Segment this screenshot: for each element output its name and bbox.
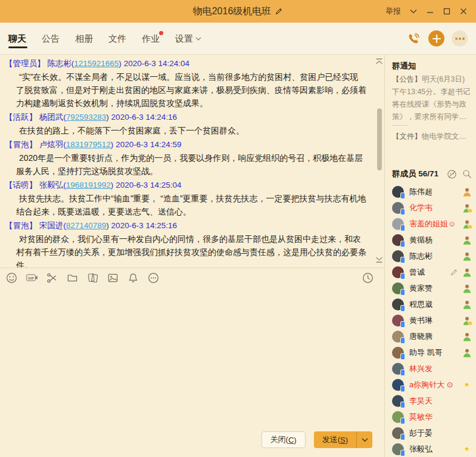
member-avatar [392, 299, 404, 310]
member-avatar [392, 427, 404, 439]
mobile-online-badge [400, 225, 405, 231]
bell-icon[interactable] [127, 272, 139, 284]
message-history[interactable]: 【管理员】 陈志彬(1215921665) 2020-6-3 14:24:04 … [0, 55, 384, 268]
member-avatar [392, 363, 404, 375]
member-row[interactable]: 莫敏华 [392, 409, 472, 425]
folder-icon[interactable] [67, 272, 78, 284]
mobile-online-badge [400, 434, 405, 440]
edit-title-pencil-icon[interactable] [275, 7, 283, 15]
mobile-online-badge [400, 273, 405, 279]
send-button-row: 关闭(C) 发送(S) [0, 427, 384, 457]
edit-card-pencil-icon [450, 268, 458, 276]
chat-message: 【管理员】 陈志彬(1215921665) 2020-6-3 14:24:04 … [5, 57, 366, 110]
search-members-icon[interactable] [462, 169, 472, 179]
titlebar-chevron-down-icon[interactable] [409, 7, 418, 15]
emoji-icon[interactable] [6, 272, 17, 284]
mobile-online-badge [400, 241, 405, 247]
voice-call-icon[interactable] [405, 30, 421, 46]
qq-number-link[interactable]: 1968191992 [66, 181, 111, 189]
anonymous-mute-icon[interactable] [447, 169, 457, 179]
message-header: 【活跃】 杨团武(792593283) 2020-6-3 14:24:16 [5, 111, 366, 124]
member-row[interactable]: 助导 凯哥 [392, 344, 472, 360]
qq-number-link[interactable]: 1215921665 [74, 59, 119, 68]
member-row[interactable]: 唐晓腾 [392, 328, 472, 344]
member-row[interactable]: 张毅弘 [392, 441, 472, 457]
maximize-button[interactable] [443, 7, 451, 15]
member-status-person-icon [462, 332, 472, 341]
member-row[interactable]: 化学韦 [392, 200, 472, 216]
report-button[interactable]: 举报 [385, 6, 401, 17]
gif-icon[interactable]: GIF [26, 272, 38, 284]
mobile-online-badge [400, 418, 405, 424]
scroll-to-bottom-icon[interactable] [375, 254, 383, 265]
compose-toolbar: GIF [0, 268, 384, 287]
message-input[interactable] [0, 287, 384, 427]
send-button[interactable]: 发送(S) [314, 431, 372, 448]
member-row[interactable]: a你胸针大 ⊙ [392, 377, 472, 393]
tab-公告[interactable]: 公告 [42, 25, 60, 52]
member-avatar [392, 331, 404, 343]
member-row[interactable]: 李昊天 [392, 393, 472, 409]
member-row[interactable]: 曾诚 [392, 264, 472, 280]
message-text: 扶贫先扶志。扶贫工作中“输血”重要， “造血”更重要，扶贫先扶志，一定要把扶贫与… [5, 192, 366, 218]
member-row[interactable]: 害羞的姐姐☺ [392, 216, 472, 232]
picture-icon[interactable] [107, 272, 119, 284]
more-tools-icon[interactable] [148, 272, 159, 284]
tab-文件[interactable]: 文件 [108, 25, 126, 52]
member-name: 程思崴 [409, 299, 433, 310]
send-options-chevron-icon[interactable] [356, 431, 372, 448]
window-title: 物电2016级机电班 [193, 6, 272, 16]
svg-text:GIF: GIF [28, 276, 35, 280]
add-member-icon[interactable] [428, 30, 444, 46]
close-window-button[interactable] [459, 7, 468, 15]
chat-message: 【活跃】 杨团武(792593283) 2020-6-3 14:24:16 在扶… [5, 111, 366, 137]
member-row[interactable]: 彭于晏 [392, 425, 472, 441]
members-count-title: 群成员 56/71 [392, 169, 438, 179]
qq-number-link[interactable]: 1831979512 [66, 140, 111, 149]
member-row[interactable]: 林兴发 [392, 360, 472, 377]
member-row[interactable]: 黄循杨 [392, 232, 472, 248]
tab-聊天[interactable]: 聊天 [8, 25, 26, 52]
member-avatar [392, 266, 404, 278]
member-name: 陈伟超 [409, 186, 433, 197]
chat-message: 【冒泡】 卢炫羽(1831979512) 2020-6-3 14:24:59 2… [5, 138, 366, 178]
qq-number-link[interactable]: 792593283 [66, 113, 107, 122]
notice-file[interactable]: 【文件】物电学院文华在... [392, 130, 472, 142]
member-row[interactable]: 程思崴 [392, 296, 472, 312]
member-row[interactable]: 黄书琳 [392, 312, 472, 328]
close-chat-button[interactable]: 关闭(C) [262, 431, 306, 448]
member-level-tag: 【管理员】 [5, 59, 45, 68]
message-header: 【冒泡】 卢炫羽(1831979512) 2020-6-3 14:24:59 [5, 138, 366, 151]
message-text: 对贫困的群众，我们心里有一种发自内心的同情，很多的基层干部也是从贫困中走过来，和… [5, 232, 366, 268]
screenshot-scissors-icon[interactable] [46, 272, 58, 284]
image-stack-icon[interactable] [87, 272, 98, 284]
member-status-person-icon [462, 187, 472, 197]
tab-相册[interactable]: 相册 [75, 25, 93, 52]
member-row[interactable]: 陈志彬 [392, 248, 472, 264]
member-row[interactable]: 黄家赞 [392, 280, 472, 296]
tab-作业[interactable]: 作业 [142, 25, 160, 52]
sender-name: 陈志彬 [47, 59, 71, 68]
message-timestamp: 2020-6-3 14:25:04 [116, 181, 181, 189]
group-sidebar: 群通知 【公告】明天(6月3日)下午13:45分。李超书记将在线授课《形势与政策… [385, 55, 476, 457]
tab-bar: 聊天 公告 相册 文件 作业 设置 [0, 23, 476, 55]
qq-number-link[interactable]: 827140789 [66, 221, 107, 230]
member-avatar [392, 234, 404, 246]
history-clock-icon[interactable] [362, 272, 374, 284]
scrollbar-thumb[interactable] [377, 108, 382, 170]
member-status-person-icon [462, 284, 472, 293]
member-row[interactable]: 陈伟超 [392, 184, 472, 200]
notice-announcement[interactable]: 【公告】明天(6月3日)下午13:45分。李超书记将在线授课《形势与政策》，要求… [392, 73, 472, 120]
message-text: “实”在长效。不谋全局者，不足以谋一域。应当说，当前很多地方的贫困村、贫困户已经… [5, 70, 366, 110]
mobile-online-badge [400, 305, 405, 312]
more-actions-icon[interactable] [452, 30, 468, 46]
scroll-to-top-icon[interactable] [375, 57, 383, 67]
tab-设置[interactable]: 设置 [175, 25, 201, 52]
minimize-button[interactable] [426, 7, 434, 15]
message-text: 在扶贫的路上，不能落下一个贫困家庭，丢下一个贫困群众。 [5, 124, 366, 137]
message-header: 【管理员】 陈志彬(1215921665) 2020-6-3 14:24:04 [5, 57, 366, 70]
member-level-tag: 【冒泡】 [5, 221, 37, 230]
member-name: 李昊天 [409, 396, 433, 406]
admin-star-icon [467, 320, 474, 327]
member-name: 曾诚 [409, 267, 425, 278]
